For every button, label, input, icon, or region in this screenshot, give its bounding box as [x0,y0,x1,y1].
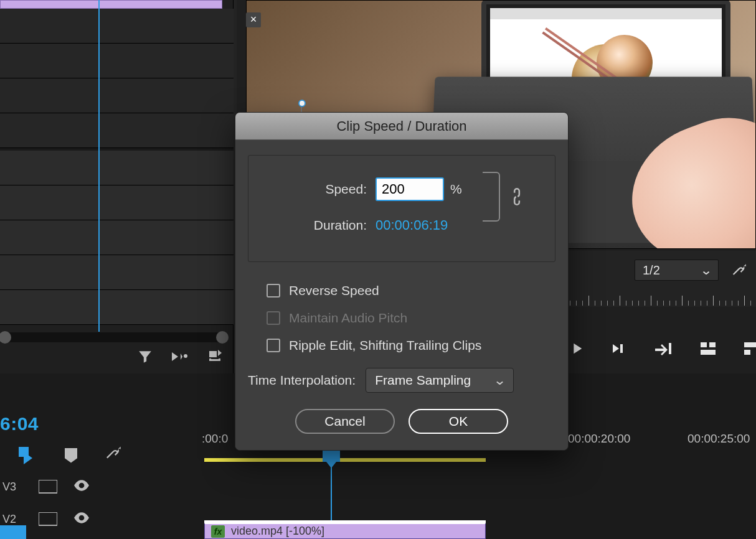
zoom-select[interactable]: 1/2 ⌄ [635,260,719,281]
duration-value[interactable]: 00:00:06:19 [376,217,448,233]
snap-icon[interactable] [19,447,37,464]
wrench-icon[interactable] [731,262,747,283]
scroll-thumb-left[interactable] [0,331,11,344]
svg-rect-4 [701,350,716,355]
reverse-speed-label: Reverse Speed [289,283,379,298]
selected-track-indicator[interactable] [0,525,26,539]
svg-rect-1 [669,343,671,354]
track-label-v3[interactable]: V3 [2,480,16,494]
jump-button[interactable] [654,339,674,358]
track-row[interactable] [0,185,234,220]
playhead-timecode[interactable]: 6:04 [0,413,39,434]
track-toggle-icon[interactable] [39,512,57,526]
handle-dot[interactable] [298,100,306,107]
zoom-value: 1/2 [643,263,660,278]
clip-segment-top[interactable] [0,0,222,9]
eye-icon[interactable] [73,478,90,495]
track-row[interactable] [0,151,234,185]
chevron-down-icon: ⌄ [493,373,507,388]
wrench-icon[interactable] [105,444,122,466]
speed-input[interactable] [376,177,444,201]
scroll-thumb-right[interactable] [216,331,229,344]
speed-label: Speed: [263,182,376,197]
ruler-label: 00:00:25:00 [687,432,750,446]
time-interpolation-select[interactable]: Frame Sampling ⌄ [366,368,514,393]
export-icon[interactable] [207,349,223,369]
cancel-button[interactable]: Cancel [295,409,395,434]
link-icon[interactable] [510,188,524,209]
marker-icon[interactable] [65,448,77,463]
overwrite-button[interactable] [742,339,756,358]
speed-duration-group: Speed: % Duration: 00:00:06:19 [248,155,555,262]
track-row[interactable] [0,113,234,148]
playhead-line[interactable] [98,0,100,332]
ruler-label: 00:00:20:00 [568,432,630,446]
svg-rect-5 [744,342,756,347]
time-interpolation-label: Time Interpolation: [248,373,356,388]
track-row[interactable] [0,78,234,113]
clip-label: video.mp4 [-100%] [231,525,324,538]
chevron-down-icon: ⌄ [700,263,712,278]
track-toggle-icon[interactable] [39,480,57,494]
play-button[interactable] [568,339,585,358]
step-forward-button[interactable] [610,339,629,358]
svg-rect-3 [709,342,716,347]
percent-label: % [450,182,462,197]
time-interpolation-value: Frame Sampling [375,373,471,388]
reverse-speed-checkbox[interactable]: Reverse Speed [267,277,555,304]
close-tab-icon[interactable]: × [246,12,261,27]
track-row[interactable] [0,220,234,255]
ripple-edit-checkbox[interactable]: Ripple Edit, Shifting Trailing Clips [267,332,555,359]
insert-button[interactable] [699,339,717,358]
source-tracks [0,9,234,325]
fx-badge[interactable]: fx [211,525,225,538]
horizontal-scrollbar[interactable] [0,332,227,342]
link-bracket [483,172,500,222]
dialog-title: Clip Speed / Duration [235,113,568,140]
svg-rect-2 [701,342,707,347]
track-row[interactable] [0,9,234,44]
work-area-bar[interactable] [204,458,486,462]
source-tool-row [137,349,223,369]
svg-rect-0 [620,344,623,353]
insert-clip-icon[interactable] [171,349,189,369]
svg-point-7 [184,354,187,358]
maintain-audio-pitch-label: Maintain Audio Pitch [289,311,407,326]
track-row[interactable] [0,255,234,290]
svg-rect-8 [209,351,217,357]
timeline-clip[interactable]: fx video.mp4 [-100%] [204,523,486,539]
eye-icon[interactable] [73,510,90,528]
svg-rect-6 [744,350,750,355]
maintain-audio-pitch-checkbox: Maintain Audio Pitch [267,304,555,332]
ok-button[interactable]: OK [409,409,508,434]
track-row[interactable] [0,290,234,325]
duration-label: Duration: [263,218,376,233]
ripple-edit-label: Ripple Edit, Shifting Trailing Clips [289,338,481,353]
ruler-label: :00:0 [202,432,228,446]
transport-controls [568,333,756,364]
filter-icon[interactable] [137,349,153,369]
track-label-v2[interactable]: V2 [2,513,16,526]
clip-speed-duration-dialog: Clip Speed / Duration Speed: % Duration:… [235,112,569,451]
track-row[interactable] [0,44,234,78]
